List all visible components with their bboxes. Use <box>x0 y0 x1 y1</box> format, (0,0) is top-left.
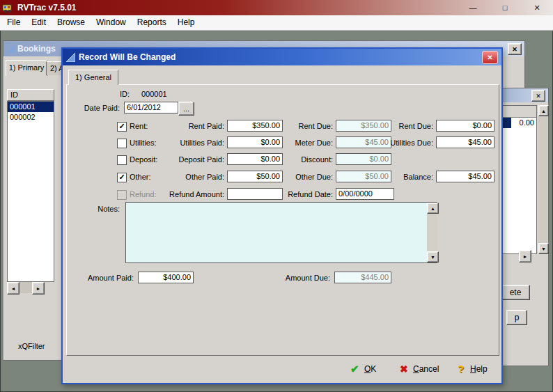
balance-input[interactable]: $45.00 <box>436 171 494 182</box>
window-controls: — □ ✕ <box>457 0 553 15</box>
app-logo-icon <box>3 3 14 13</box>
scroll-up-icon[interactable]: ▲ <box>538 105 549 116</box>
menu-edit[interactable]: Edit <box>26 15 52 30</box>
bookings-column-header[interactable]: ID <box>7 89 54 101</box>
rent-due-label: Rent Due: <box>280 120 333 132</box>
dialog-close-icon[interactable]: ✕ <box>482 51 498 64</box>
refund-date-input[interactable]: 0/00/0000 <box>336 188 394 200</box>
minimize-button-icon[interactable]: — <box>457 0 489 15</box>
help-question-icon[interactable]: ? <box>458 363 464 375</box>
scroll-right-icon[interactable]: ► <box>32 282 45 295</box>
date-paid-input[interactable]: 6/01/2012 <box>124 102 178 113</box>
scroll-right-icon[interactable]: ► <box>519 250 531 262</box>
menubar: File Edit Browse Window Reports Help <box>0 15 553 31</box>
menu-window[interactable]: Window <box>91 15 132 30</box>
bookings-horizontal-scrollbar[interactable]: ◄ ► <box>7 282 45 293</box>
date-browse-button[interactable]: ... <box>178 102 194 116</box>
maximize-button-icon[interactable]: □ <box>489 0 521 15</box>
general-tab-panel: ID: 000001 Date Paid: 6/01/2012 ... ✓ Re… <box>66 84 499 356</box>
app-window: RVTrac v7.5.01 — □ ✕ File Edit Browse Wi… <box>0 0 553 392</box>
meter-due-label: Meter Due: <box>280 137 333 148</box>
rent-paid-label: Rent Paid: <box>137 120 224 132</box>
rent-due-right-input[interactable]: $0.00 <box>436 120 494 132</box>
other-paid-label: Other Paid: <box>137 171 224 182</box>
record-change-dialog: Record Will Be Changed ✕ 1) General ID: … <box>61 47 503 384</box>
delete-button-fragment[interactable]: ete <box>501 285 530 300</box>
other-checkbox[interactable]: ✓ <box>117 173 127 182</box>
refund-date-label: Refund Date: <box>280 189 333 200</box>
app-title: RVTrac v7.5.01 <box>17 3 77 13</box>
scroll-down-icon[interactable]: ▼ <box>427 251 439 262</box>
refund-checkbox <box>117 190 127 200</box>
notes-scrollbar[interactable]: ▲ ▼ <box>427 203 437 262</box>
bookings-filter-label[interactable]: xQFilter <box>18 342 45 350</box>
bookings-tab-primary[interactable]: 1) Primary <box>6 60 47 76</box>
rent-checkbox[interactable]: ✓ <box>117 122 127 132</box>
notes-label: Notes: <box>74 203 120 214</box>
bookings-title: Bookings <box>17 44 56 54</box>
detail-vertical-scrollbar[interactable]: ▲ ▼ <box>538 105 547 254</box>
utilities-due-label: Utilities Due: <box>376 137 433 148</box>
utilities-checkbox[interactable] <box>117 139 127 148</box>
rent-due-right-label: Rent Due: <box>376 120 433 132</box>
dialog-button-row: ✔ OK ✖ Cancel ? Help <box>63 363 501 377</box>
other-due-label: Other Due: <box>280 171 333 182</box>
detail-close-icon[interactable]: ✕ <box>531 90 545 102</box>
deposit-checkbox[interactable] <box>117 155 127 165</box>
help-button[interactable]: Help <box>470 363 488 375</box>
menu-reports[interactable]: Reports <box>132 15 172 30</box>
dialog-titlebar[interactable]: Record Will Be Changed ✕ <box>63 49 501 65</box>
amount-due-field: $445.00 <box>334 272 391 283</box>
refund-amount-label: Refund Amount: <box>137 189 224 200</box>
amount-paid-label: Amount Paid: <box>67 272 134 283</box>
bookings-close-icon[interactable]: ✕ <box>508 43 522 55</box>
menu-file[interactable]: File <box>1 15 26 30</box>
amount-paid-input[interactable]: $400.00 <box>138 272 194 283</box>
refund-amount-input[interactable] <box>227 188 283 200</box>
cancel-button[interactable]: Cancel <box>413 363 439 375</box>
scroll-down-icon[interactable]: ▼ <box>538 243 549 254</box>
menu-help[interactable]: Help <box>172 15 201 30</box>
deposit-paid-input[interactable]: $0.00 <box>227 153 283 165</box>
notes-textarea[interactable] <box>125 202 437 263</box>
cancel-cross-icon[interactable]: ✖ <box>400 363 408 375</box>
balance-label: Balance: <box>376 171 433 182</box>
ok-button[interactable]: OK <box>364 363 376 375</box>
utilities-paid-label: Utilities Paid: <box>137 137 224 148</box>
list-item[interactable]: 000002 <box>8 112 54 123</box>
utilities-paid-input[interactable]: $0.00 <box>227 136 283 148</box>
discount-label: Discount: <box>280 154 333 165</box>
id-label: ID: <box>120 88 130 100</box>
help-button-fragment[interactable]: p <box>506 310 527 325</box>
dialog-title: Record Will Be Changed <box>79 52 176 62</box>
app-titlebar: RVTrac v7.5.01 — □ ✕ <box>0 0 553 15</box>
list-item[interactable]: 000001 <box>8 102 54 112</box>
deposit-paid-label: Deposit Paid: <box>137 154 224 165</box>
amount-cell: 0.00 <box>511 118 536 128</box>
ok-check-icon[interactable]: ✔ <box>350 363 359 375</box>
close-button-icon[interactable]: ✕ <box>521 0 553 15</box>
date-paid-label: Date Paid: <box>71 102 120 113</box>
other-paid-input[interactable]: $50.00 <box>227 171 283 182</box>
id-value: 000001 <box>141 88 167 100</box>
bookings-triangle-icon <box>6 45 15 53</box>
scroll-up-icon[interactable]: ▲ <box>427 203 439 214</box>
bookings-list: 000001 000002 <box>7 101 54 282</box>
utilities-due-input[interactable]: $45.00 <box>436 136 494 148</box>
discount-field: $0.00 <box>336 153 391 165</box>
rent-paid-input[interactable]: $350.00 <box>227 120 283 132</box>
dialog-triangle-icon <box>66 53 75 62</box>
scroll-left-icon[interactable]: ◄ <box>7 282 20 295</box>
menu-browse[interactable]: Browse <box>52 15 91 30</box>
tab-general[interactable]: 1) General <box>68 70 118 85</box>
amount-due-label: Amount Due: <box>274 272 330 283</box>
